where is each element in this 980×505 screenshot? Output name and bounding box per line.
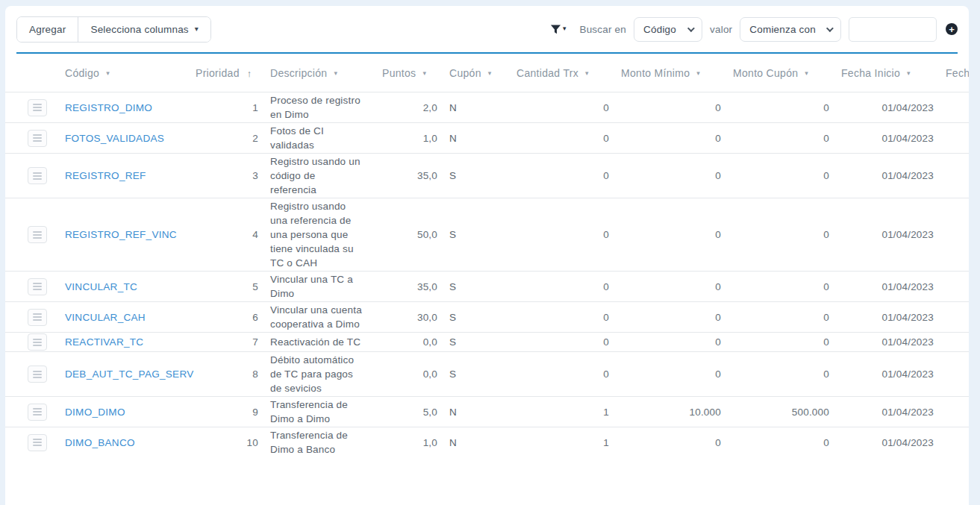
codigo-cell: REACTIVAR_TC <box>59 333 190 352</box>
fecha-fin-cell <box>940 198 969 272</box>
column-header-label: Monto Cupón <box>733 67 798 79</box>
column-header-puntos[interactable]: Puntos▾ <box>376 54 443 92</box>
codigo-link[interactable]: FOTOS_VALIDADAS <box>65 133 164 144</box>
monto-minimo-cell: 0 <box>615 427 727 458</box>
column-header-cupon[interactable]: Cupón▾ <box>443 54 511 92</box>
table-row: DIMO_DIMO 9 Transferencia de Dimo a Dimo… <box>5 397 969 427</box>
codigo-link[interactable]: VINCULAR_CAH <box>65 312 146 323</box>
prioridad-cell: 5 <box>190 272 264 302</box>
cupon-cell: S <box>443 302 511 333</box>
row-menu-button[interactable] <box>28 278 47 295</box>
sort-caret-icon: ▾ <box>334 69 337 77</box>
puntos-cell: 1,0 <box>376 427 443 458</box>
add-filter-button[interactable]: + <box>946 23 958 35</box>
row-menu-cell <box>5 154 59 198</box>
codigo-link[interactable]: REGISTRO_DIMO <box>65 102 152 113</box>
row-menu-button[interactable] <box>28 434 47 451</box>
codigo-link[interactable]: REGISTRO_REF <box>65 170 146 181</box>
row-menu-button[interactable] <box>28 404 47 421</box>
descripcion-cell: Transferencia de Dimo a Banco <box>264 427 376 458</box>
codigo-link[interactable]: DIMO_BANCO <box>65 437 135 448</box>
operator-select[interactable]: Comienza con <box>740 17 841 42</box>
monto-minimo-cell: 0 <box>615 302 727 333</box>
column-header-fecha_inicio[interactable]: Fecha Inicio▾ <box>835 54 940 92</box>
fecha-inicio-cell: 01/04/2023 <box>835 333 940 352</box>
table-body: REGISTRO_DIMO 1 Proceso de registro en D… <box>5 92 969 458</box>
column-header-fecha_fin[interactable]: Fecha Fin▾ <box>940 54 969 92</box>
puntos-cell: 35,0 <box>376 154 443 198</box>
select-columns-button[interactable]: Selecciona columnas ▾ <box>78 17 210 42</box>
monto-cupon-cell: 0 <box>727 427 835 458</box>
fecha-inicio-cell: 01/04/2023 <box>835 123 940 154</box>
row-menu-button[interactable] <box>28 309 47 326</box>
chevron-down-icon: ▾ <box>195 25 199 33</box>
column-header-codigo[interactable]: Código▾ <box>59 54 190 92</box>
codigo-link[interactable]: VINCULAR_TC <box>65 281 137 292</box>
prioridad-cell: 8 <box>190 352 264 397</box>
codigo-link[interactable]: REACTIVAR_TC <box>65 336 143 348</box>
column-header-label: Descripción <box>270 67 327 79</box>
row-menu-button[interactable] <box>28 167 47 184</box>
filter-value-input[interactable] <box>849 17 937 42</box>
row-menu-cell <box>5 198 59 272</box>
row-menu-cell <box>5 92 59 123</box>
toolbar-button-group: Agregar Selecciona columnas ▾ <box>16 16 211 43</box>
search-field-select[interactable]: Código <box>634 17 702 42</box>
monto-minimo-cell: 0 <box>615 154 727 198</box>
descripcion-cell: Vincular una cuenta cooperativa a Dimo <box>264 302 376 333</box>
column-header-descripcion[interactable]: Descripción▾ <box>264 54 376 92</box>
row-menu-button[interactable] <box>28 99 47 116</box>
toolbar: Agregar Selecciona columnas ▾ ▾ Buscar e… <box>5 6 969 52</box>
column-header-cantidad_trx[interactable]: Cantidad Trx▾ <box>511 54 615 92</box>
codigo-cell: FOTOS_VALIDADAS <box>59 123 190 154</box>
add-button[interactable]: Agregar <box>17 17 78 42</box>
table-row: DEB_AUT_TC_PAG_SERV 8 Débito automático … <box>5 352 969 397</box>
value-label: valor <box>710 24 732 35</box>
codigo-cell: VINCULAR_TC <box>59 272 190 302</box>
cupon-cell: S <box>443 154 511 198</box>
column-header-label: Puntos <box>382 67 416 79</box>
sort-caret-icon: ▾ <box>488 69 492 77</box>
table-row: DIMO_BANCO 10 Transferencia de Dimo a Ba… <box>5 427 969 458</box>
puntos-cell: 35,0 <box>376 272 443 302</box>
sort-caret-icon: ▾ <box>805 69 808 77</box>
puntos-cell: 0,0 <box>376 333 443 352</box>
monto-minimo-cell: 0 <box>615 333 727 352</box>
cupon-cell: N <box>443 92 511 123</box>
fecha-inicio-cell: 01/04/2023 <box>835 427 940 458</box>
fecha-fin-cell <box>940 272 969 302</box>
search-field-selected-value: Código <box>643 24 676 35</box>
cupon-cell: S <box>443 198 511 272</box>
prioridad-cell: 2 <box>190 123 264 154</box>
row-menu-button[interactable] <box>28 226 47 243</box>
cupon-cell: S <box>443 272 511 302</box>
codigo-cell: REGISTRO_REF <box>59 154 190 198</box>
codigo-cell: VINCULAR_CAH <box>59 302 190 333</box>
descripcion-cell: Débito automático de TC para pagos de se… <box>264 352 376 397</box>
row-menu-button[interactable] <box>28 366 47 383</box>
table-row: REGISTRO_REF 3 Registro usando un código… <box>5 154 969 198</box>
column-header-prioridad[interactable]: Prioridad↑ <box>190 54 264 92</box>
fecha-inicio-cell: 01/04/2023 <box>835 302 940 333</box>
row-menu-button[interactable] <box>28 130 47 147</box>
row-menu-button[interactable] <box>28 333 47 351</box>
fecha-fin-cell <box>940 154 969 198</box>
fecha-inicio-cell: 01/04/2023 <box>835 198 940 272</box>
fecha-fin-cell <box>940 92 969 123</box>
filter-menu-button[interactable]: ▾ <box>550 24 567 35</box>
codigo-link[interactable]: DIMO_DIMO <box>65 407 125 418</box>
table-row: REGISTRO_REF_VINC 4 Registro usando una … <box>5 198 969 272</box>
prioridad-cell: 1 <box>190 92 264 123</box>
cantidad-trx-cell: 1 <box>511 427 615 458</box>
row-menu-cell <box>5 333 59 352</box>
column-header-monto_minimo[interactable]: Monto Mínimo▾ <box>615 54 727 92</box>
descripcion-cell: Registro usando un código de referencia <box>264 154 376 198</box>
column-header-monto_cupon[interactable]: Monto Cupón▾ <box>727 54 835 92</box>
codigo-link[interactable]: DEB_AUT_TC_PAG_SERV <box>65 368 194 380</box>
fecha-fin-cell <box>940 333 969 352</box>
row-menu-cell <box>5 272 59 302</box>
filter-controls: ▾ Buscar en Código valor Comienza con + <box>550 17 958 42</box>
sort-caret-icon: ▾ <box>422 69 426 77</box>
descripcion-cell: Reactivación de TC <box>264 333 376 352</box>
codigo-link[interactable]: REGISTRO_REF_VINC <box>65 229 177 240</box>
